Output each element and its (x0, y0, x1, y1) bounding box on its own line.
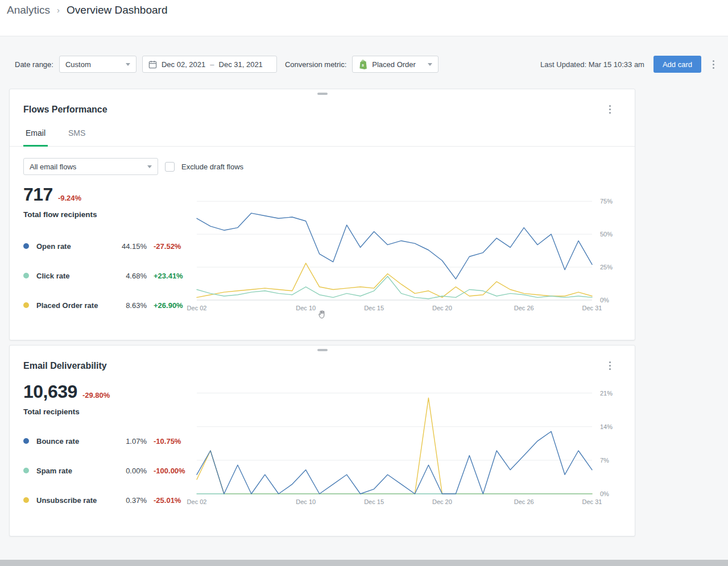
card-title: Flows Performance (23, 105, 107, 115)
dashboard-kebab-menu-icon[interactable] (710, 58, 717, 71)
chevron-down-icon (147, 165, 152, 168)
legend-value: 44.15% (117, 242, 147, 251)
exclude-draft-flows-label: Exclude draft flows (181, 163, 243, 171)
svg-text:Dec 26: Dec 26 (514, 305, 534, 311)
flow-filter-select[interactable]: All email flows (23, 158, 158, 175)
svg-text:Dec 02: Dec 02 (187, 305, 207, 311)
deliverability-chart[interactable]: 0%7%14%21%Dec 02Dec 10Dec 15Dec 20Dec 26… (197, 381, 629, 515)
svg-text:Dec 02: Dec 02 (187, 498, 207, 505)
svg-text:7%: 7% (600, 457, 609, 464)
conversion-metric-select[interactable]: s Placed Order (352, 56, 439, 73)
legend-delta: -100.00% (154, 467, 197, 475)
total-flow-recipients-value: 717 (23, 184, 53, 205)
calendar-icon (148, 60, 157, 69)
email-deliverability-card: Email Deliverability 10,639 -29.80% Tota… (9, 345, 635, 536)
legend-row-bounce-rate: Bounce rate 1.07% -10.75% (23, 426, 197, 456)
date-range-select[interactable]: Custom (59, 56, 136, 73)
shopify-icon: s (358, 59, 367, 69)
legend-row-click-rate: Click rate 4.68% +23.41% (23, 261, 197, 290)
flows-chart[interactable]: 0%25%50%75%Dec 02Dec 10Dec 15Dec 20Dec 2… (197, 188, 629, 320)
add-card-button[interactable]: Add card (653, 56, 701, 73)
flows-legend: Open rate 44.15% -27.52% Click rate 4.68… (23, 231, 197, 320)
legend-value: 1.07% (117, 437, 147, 446)
legend-label: Click rate (36, 272, 117, 280)
total-recipients-delta: -29.80% (82, 391, 110, 399)
total-flow-recipients-label: Total flow recipients (23, 210, 197, 219)
svg-text:Dec 10: Dec 10 (296, 498, 316, 505)
date-picker[interactable]: Dec 02, 2021 – Dec 31, 2021 (142, 56, 277, 73)
svg-text:Dec 20: Dec 20 (432, 305, 452, 311)
legend-row-placed-order-rate: Placed Order rate 8.63% +26.90% (23, 290, 197, 320)
click-rate-dot-icon (23, 273, 29, 278)
svg-text:Dec 31: Dec 31 (582, 498, 602, 505)
breadcrumb: Analytics › Overview Dashboard (7, 3, 167, 17)
legend-delta: -10.75% (154, 437, 197, 446)
svg-text:Dec 26: Dec 26 (514, 498, 534, 505)
date-range-label: Date range: (15, 60, 53, 69)
tab-email[interactable]: Email (23, 128, 48, 147)
exclude-draft-flows-checkbox[interactable] (165, 162, 175, 172)
legend-value: 4.68% (117, 272, 147, 280)
chevron-down-icon (428, 63, 432, 66)
legend-label: Unsubscribe rate (36, 496, 117, 505)
chevron-down-icon (126, 63, 130, 66)
open-rate-dot-icon (23, 243, 29, 249)
date-end: Dec 31, 2021 (219, 60, 263, 69)
legend-label: Spam rate (36, 467, 117, 475)
svg-text:Dec 15: Dec 15 (364, 305, 384, 311)
conversion-metric-label: Conversion metric: (285, 60, 346, 69)
legend-delta: -27.52% (154, 242, 197, 251)
tab-sms[interactable]: SMS (66, 128, 88, 147)
unsubscribe-rate-dot-icon (23, 497, 29, 503)
svg-text:Dec 10: Dec 10 (296, 305, 316, 311)
svg-text:14%: 14% (600, 423, 613, 430)
conversion-metric-value: Placed Order (372, 60, 416, 69)
svg-text:25%: 25% (600, 264, 613, 270)
placed-order-rate-dot-icon (23, 302, 29, 308)
legend-value: 0.00% (117, 467, 147, 475)
svg-text:Dec 15: Dec 15 (364, 498, 384, 505)
viewport-bottom-strip (0, 560, 728, 566)
total-recipients-value: 10,639 (23, 381, 77, 402)
flow-filter-value: All email flows (30, 163, 76, 171)
filter-bar: Date range: Custom Dec 02, 2021 – Dec 31… (15, 56, 717, 73)
legend-value: 8.63% (117, 301, 147, 310)
date-start: Dec 02, 2021 (162, 60, 205, 69)
legend-label: Open rate (36, 242, 117, 251)
legend-label: Placed Order rate (36, 301, 117, 310)
legend-value: 0.37% (117, 496, 147, 505)
legend-row-unsubscribe-rate: Unsubscribe rate 0.37% -25.01% (23, 485, 197, 515)
card-kebab-menu-icon[interactable] (607, 103, 613, 116)
svg-text:21%: 21% (600, 390, 613, 397)
filter-bar-right: Last Updated: Mar 15 10:33 am Add card (540, 56, 717, 73)
svg-text:50%: 50% (600, 231, 613, 238)
legend-label: Bounce rate (36, 437, 117, 446)
svg-text:0%: 0% (600, 297, 609, 303)
date-separator: – (210, 60, 214, 69)
total-flow-recipients-delta: -9.24% (58, 194, 81, 202)
page-title: Overview Dashboard (67, 3, 167, 17)
flows-tabs: Email SMS (10, 128, 635, 147)
svg-text:s: s (362, 63, 364, 68)
svg-text:0%: 0% (600, 490, 609, 497)
card-title: Email Deliverability (23, 361, 107, 371)
legend-delta: +23.41% (154, 272, 197, 280)
svg-text:Dec 31: Dec 31 (582, 305, 602, 311)
legend-row-spam-rate: Spam rate 0.00% -100.00% (23, 456, 197, 485)
legend-row-open-rate: Open rate 44.15% -27.52% (23, 231, 197, 261)
bounce-rate-dot-icon (23, 438, 29, 444)
breadcrumb-analytics[interactable]: Analytics (7, 3, 50, 17)
last-updated-text: Last Updated: Mar 15 10:33 am (540, 60, 644, 69)
spam-rate-dot-icon (23, 468, 29, 473)
total-recipients-label: Total recipients (23, 407, 197, 416)
svg-text:Dec 20: Dec 20 (432, 498, 452, 505)
flows-performance-card: Flows Performance Email SMS All email fl… (9, 89, 635, 340)
deliverability-legend: Bounce rate 1.07% -10.75% Spam rate 0.00… (23, 426, 197, 515)
top-bar: Analytics › Overview Dashboard (0, 0, 728, 36)
card-kebab-menu-icon[interactable] (607, 359, 613, 372)
svg-text:75%: 75% (600, 198, 613, 205)
breadcrumb-chevron-icon: › (57, 3, 60, 17)
date-range-value: Custom (65, 60, 91, 69)
page: Analytics › Overview Dashboard Date rang… (0, 0, 728, 566)
